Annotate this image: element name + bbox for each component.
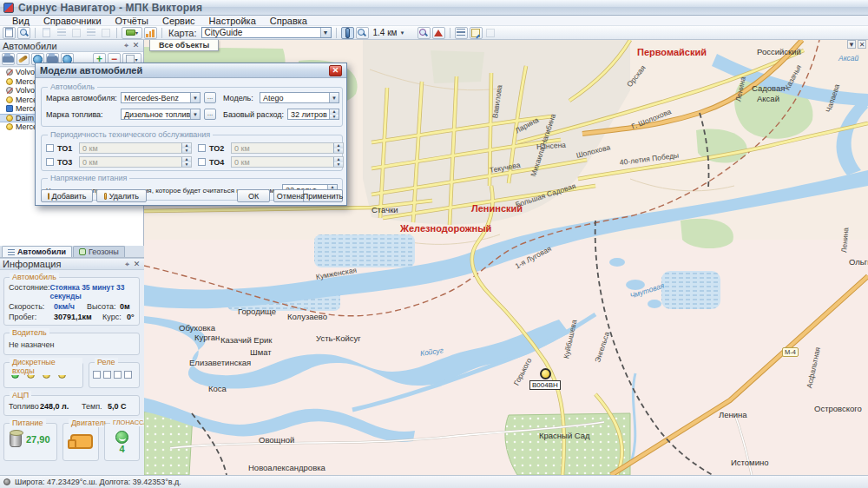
add-icon <box>48 193 49 200</box>
tab-list-dropdown-icon[interactable]: ▼ <box>847 40 856 49</box>
map-tab-all-objects[interactable]: Все объекты <box>149 40 219 51</box>
label-то3: ТО3 <box>57 158 72 167</box>
map-select-label: Карта: <box>168 28 197 38</box>
relay-checkbox[interactable] <box>93 371 101 379</box>
checkbox-то1[interactable] <box>46 144 54 152</box>
relay-group: Реле <box>89 362 140 388</box>
window-title: Сирнус Навигатор - МПК Виктория <box>18 2 202 14</box>
driver-group: Водитель Не назначен <box>3 333 140 355</box>
checkbox-то2[interactable] <box>198 144 206 152</box>
checkbox-то4[interactable] <box>198 158 206 166</box>
speed-label: Скорость: <box>9 302 54 311</box>
brush-icon <box>18 55 28 63</box>
group-title: Автомобиль <box>10 273 59 281</box>
consumption-value: 32 литров <box>291 110 327 119</box>
menu-item-3[interactable]: Сервис <box>155 16 202 26</box>
dialog-title: Модели автомобилей <box>40 65 329 76</box>
dialog-close-button[interactable]: ✕ <box>329 65 342 76</box>
map-select-value: CityGuide <box>205 28 243 37</box>
brand-combo[interactable]: Mercedes-Benz▼ <box>121 92 201 103</box>
zoom-out-button[interactable] <box>418 27 431 39</box>
close-icon[interactable]: ✕ <box>131 41 141 50</box>
model-combo[interactable]: Atego▼ <box>260 92 339 103</box>
menu-item-0[interactable]: Вид <box>5 16 36 26</box>
paint-button[interactable] <box>16 53 30 65</box>
tab-close-icon[interactable]: ✕ <box>858 40 866 49</box>
consumption-spinner[interactable]: 32 литров ▲▼ <box>287 109 339 120</box>
spinner-то1[interactable]: 0 км▲▼ <box>79 142 192 154</box>
menu-item-5[interactable]: Справка <box>263 16 314 26</box>
relay-checkbox[interactable] <box>124 371 132 379</box>
spinner-то3[interactable]: 0 км▲▼ <box>79 156 192 168</box>
zoom-in-button[interactable] <box>356 27 369 39</box>
zoom-scale-value: 1.4 км <box>373 28 398 37</box>
remove-button[interactable]: Удалить <box>96 189 147 202</box>
print-button[interactable] <box>55 27 68 39</box>
edit-map-button[interactable] <box>470 27 483 39</box>
chart-button[interactable] <box>144 27 157 39</box>
label-то1: ТО1 <box>57 144 72 153</box>
group-title: Питание <box>10 419 46 427</box>
brand-label: Марка автомобиля: <box>46 94 117 102</box>
table-button[interactable] <box>84 27 97 39</box>
copy-button[interactable] <box>40 27 53 39</box>
map-select-combo[interactable]: CityGuide ▼ <box>201 27 332 38</box>
vehicle-label: Daim <box>16 114 34 122</box>
fuel-value: 248,0 л. <box>40 402 82 411</box>
relay-checkbox[interactable] <box>114 371 122 379</box>
add-button[interactable]: Добавить <box>41 189 93 202</box>
remove-button-label: Удалить <box>109 192 139 201</box>
copy-icon <box>43 28 50 37</box>
group-title: АЦП <box>10 391 31 399</box>
refresh-button[interactable] <box>3 27 16 39</box>
select-mode-button[interactable] <box>484 27 497 39</box>
dialog-title-bar[interactable]: Модели автомобилей ✕ <box>36 63 346 78</box>
spinner-то4[interactable]: 0 км▲▼ <box>231 156 344 168</box>
close-icon[interactable]: ✕ <box>132 260 141 269</box>
table-icon <box>87 29 95 36</box>
track-color-dropdown[interactable]: ▾ <box>122 27 142 39</box>
ok-button[interactable]: ОК <box>237 189 270 202</box>
fuel-browse-button[interactable]: ... <box>204 109 216 120</box>
menu-item-2[interactable]: Отчёты <box>108 16 155 26</box>
pin-icon[interactable]: ⌖ <box>122 260 132 269</box>
add-button-label: Добавить <box>52 192 87 201</box>
vehicle-online-icon <box>6 96 13 103</box>
vehicle-marker-label[interactable]: В004ВН <box>529 380 561 390</box>
menu-item-1[interactable]: Справочники <box>36 16 108 26</box>
ruler-toggle[interactable] <box>341 27 354 39</box>
discrete-inputs-group: Дискретные входы <box>3 362 83 388</box>
tab-vehicles[interactable]: Автомобили <box>2 246 72 257</box>
vehicle-marker-icon[interactable] <box>540 368 551 379</box>
checkbox-то3[interactable] <box>46 158 54 166</box>
undo-button[interactable] <box>69 27 82 39</box>
consumption-label: Базовый расход: <box>223 110 284 119</box>
relay-checkbox[interactable] <box>103 371 111 379</box>
spinner-то2[interactable]: 0 км▲▼ <box>231 142 344 154</box>
color-swatch-icon <box>126 30 135 36</box>
vehicle-group-button[interactable] <box>2 53 15 65</box>
search-button[interactable] <box>17 27 30 39</box>
filter-button[interactable] <box>99 27 112 39</box>
spinner-value: 0 км <box>82 144 98 153</box>
title-bar[interactable]: Сирнус Навигатор - МПК Виктория <box>0 0 868 16</box>
chevron-down-icon[interactable]: ▼ <box>320 28 331 37</box>
model-label: Модель: <box>223 94 253 102</box>
apply-button[interactable]: Применить <box>303 189 343 202</box>
info-panel: Информация ⌖ ✕ Автомобиль Состояние: Сто… <box>0 258 144 475</box>
temp-label: Темп. <box>82 402 108 411</box>
application-window: Сирнус Навигатор - МПК Виктория ВидСправ… <box>0 0 868 488</box>
menu-bar: ВидСправочникиОтчётыСервисНастройкаСправ… <box>0 16 868 26</box>
brand-browse-button[interactable]: ... <box>204 92 216 103</box>
legend-button[interactable] <box>455 27 468 39</box>
fuel-combo[interactable]: Дизельное топливо▼ <box>121 109 201 120</box>
vehicle-label: Volvo <box>16 86 35 95</box>
home-view-button[interactable] <box>432 27 445 39</box>
state-label: Состояние: <box>9 283 49 300</box>
menu-item-4[interactable]: Настройка <box>202 16 263 26</box>
pin-icon[interactable]: ⌖ <box>122 41 131 50</box>
tab-geozones[interactable]: Геозоны <box>73 246 125 257</box>
zoom-scale-dropdown[interactable]: 1.4 км ▼ <box>371 27 416 38</box>
apply-button-label: Применить <box>303 192 344 201</box>
course-value: 0° <box>127 313 135 321</box>
